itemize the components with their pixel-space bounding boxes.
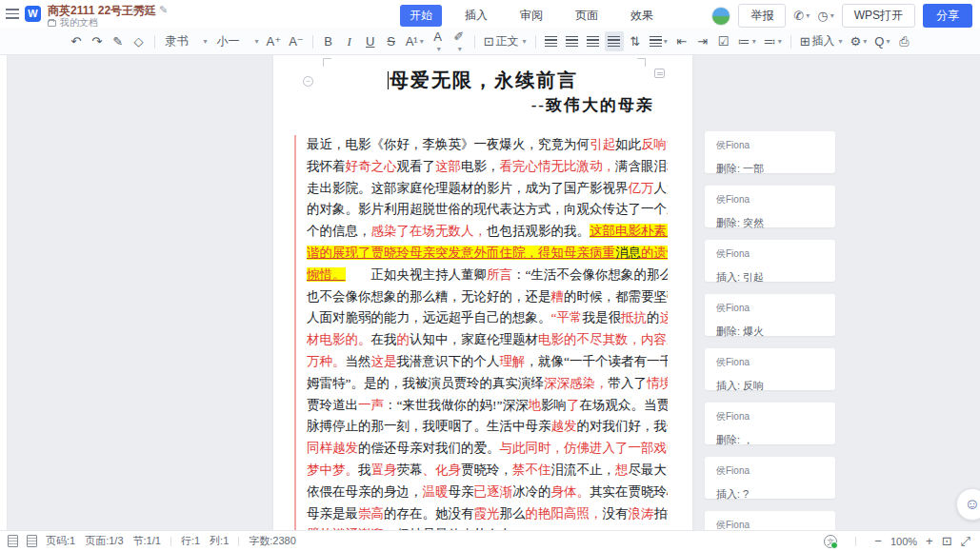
print-button[interactable]: ⎙ — [894, 31, 913, 51]
decrease-indent-button[interactable]: ⇤ — [672, 31, 691, 51]
highlight-color-button[interactable]: ✐▾ — [450, 31, 469, 51]
breadcrumb[interactable]: 我的文档 — [48, 16, 98, 30]
document-line[interactable]: 的对象。影片利用超脱世俗的现代表达方式，向观众传达了一个又一 — [307, 199, 668, 221]
assistant-widget[interactable]: ☺ — [956, 488, 980, 521]
document-line[interactable]: 人面对脆弱的能力，远远超乎自己的想象。“平常我是很抵抗的这类题 — [307, 307, 668, 329]
document-page[interactable]: − 母爱无限，永续前言 --致伟大的母亲 最近，电影《你好，李焕英》一夜爆火，究… — [273, 55, 692, 530]
tab-review[interactable]: 审阅 — [510, 5, 552, 27]
more-tools-button[interactable]: ⚙▾ — [848, 31, 870, 51]
document-line[interactable]: 材电影的。在我的认知中，家庭伦理题材电影的不尽其数，内容风情 — [307, 329, 668, 351]
format-painter-button[interactable]: ✎ — [109, 31, 128, 51]
star-icon[interactable]: ☆ — [130, 4, 139, 16]
document-line[interactable]: 个的信息，感染了在场无数人，也包括观影的我。这部电影朴素又和 — [307, 221, 668, 243]
align-center-button[interactable] — [563, 31, 582, 51]
font-shrink-button[interactable]: A⁻ — [286, 31, 307, 51]
find-replace-button[interactable]: Q▾ — [871, 31, 892, 51]
toolbar-divider — [790, 35, 791, 49]
line-spacing-button[interactable]: ⇅ — [626, 31, 645, 51]
comment-card[interactable]: 侯Fiona删除: 一部 — [705, 131, 835, 173]
document-line[interactable]: 万种。当然这是我潜意识下的个人理解，就像“一千个读者有一千个哈 — [307, 351, 668, 373]
fullscreen-icon[interactable]: ⤢ — [961, 535, 970, 547]
wps-docs-logo-icon[interactable]: W — [25, 6, 41, 22]
text-segment: 这是 — [371, 354, 397, 368]
underline-button[interactable]: U — [361, 31, 380, 51]
superscript-button[interactable]: A¹▾ — [403, 31, 427, 51]
heading-text: 母爱无限，永续前言 — [390, 69, 578, 90]
numbered-list-icon: ≕ — [764, 35, 776, 49]
document-line[interactable]: 谐的展现了贾晓玲母亲突发意外而住院，得知母亲病重消息的遗憾和 — [307, 243, 668, 265]
styles-button[interactable]: ⊡正文▾ — [481, 31, 530, 51]
hamburger-menu-icon[interactable] — [6, 9, 19, 19]
document-line[interactable]: 最近，电影《你好，李焕英》一夜爆火，究竟为何引起如此反响? — [307, 134, 668, 156]
strikethrough-button[interactable]: S — [382, 31, 401, 51]
comment-card[interactable]: 侯Fiona删除: 爆火 — [705, 294, 835, 336]
undo-button[interactable]: ↶ — [67, 31, 86, 51]
insert-object-button[interactable]: ⊞插入▾ — [797, 31, 846, 51]
report-button[interactable]: 举报 — [738, 4, 786, 28]
translate-icon[interactable]: 文 — [824, 535, 837, 548]
bullet-list-button[interactable]: ≔▾ — [735, 31, 759, 51]
document-line[interactable]: 同样越发的偿还母亲对我们的爱。与此同时，仿佛进入了一部戏中戏， — [307, 438, 668, 460]
document-line[interactable]: 走出影院。这部家庭伦理题材的影片，成为了国产影视界亿万人追捧 — [307, 178, 668, 200]
document-line[interactable]: 惋惜。 正如央视主持人董卿所言：“生活不会像你想象的那么好， — [307, 265, 668, 286]
comment-card[interactable]: 侯Fiona插入: ? — [705, 457, 835, 499]
outline-view-icon[interactable] — [27, 535, 37, 547]
font-family-select[interactable]: 隶书▾ — [161, 31, 210, 51]
zoom-level[interactable]: 100% — [890, 536, 917, 547]
text-segment: 引起 — [590, 137, 615, 151]
share-button[interactable]: 分享 — [923, 4, 972, 28]
align-justify-button[interactable] — [605, 31, 624, 51]
text-segment: 的艳阳高照， — [526, 506, 603, 521]
contact-dropdown[interactable]: ✆ ▾ — [793, 9, 810, 23]
comment-card[interactable]: 侯Fiona删除: 突然 — [705, 186, 835, 227]
zoom-in-button[interactable]: + — [926, 535, 933, 547]
text-segment: 地 — [528, 398, 541, 412]
numbered-list-button[interactable]: ≕▾ — [761, 31, 785, 51]
fit-page-icon[interactable]: ⊡ — [942, 535, 952, 547]
doc-heading-line2[interactable]: --致伟大的母亲 — [273, 94, 692, 117]
document-line[interactable]: 我怀着好奇之心观看了这部电影，看完心情无比激动，满含眼泪地 — [307, 156, 668, 178]
comment-card[interactable]: 侯Fiona插入: 引起 — [705, 240, 835, 282]
tab-insert[interactable]: 插入 — [455, 5, 497, 27]
clear-format-button[interactable]: ◇ — [130, 31, 149, 51]
comment-author: 侯Fiona — [716, 356, 824, 369]
document-line[interactable]: 也不会像你想象的那么糟，无论好的，还是糟的时候，都需要坚强， — [307, 286, 668, 308]
open-in-wps-button[interactable]: WPS打开 — [842, 4, 915, 28]
align-right-button[interactable] — [584, 31, 603, 51]
redo-button[interactable]: ↷ — [88, 31, 107, 51]
comment-card[interactable]: 侯Fiona插入: 好奇之心 — [705, 511, 835, 530]
document-line[interactable]: 梦中梦。我置身荧幕、化身贾晓玲，禁不住泪流不止，想尽最大努力 — [307, 460, 668, 482]
document-line[interactable]: 依偎在母亲的身边，温暖母亲已逐渐冰冷的身体。其实在贾晓玲心中， — [307, 482, 668, 503]
text-segment: 的遗憾和 — [641, 246, 668, 260]
document-line[interactable]: 母亲是最崇高的存在。她没有霞光那么的艳阳高照，没有浪涛拍打赤 — [307, 503, 668, 525]
document-body[interactable]: 最近，电影《你好，李焕英》一夜爆火，究竟为何引起如此反响?我怀着好奇之心观看了这… — [307, 134, 668, 530]
font-grow-button[interactable]: A⁺ — [264, 31, 285, 51]
text-segment: 梦中梦。 — [307, 462, 358, 477]
italic-button[interactable]: I — [340, 31, 359, 51]
document-line[interactable]: 贾玲道出一声：“来世我做你的妈!”深深地影响了在场观众。当贾母心脏、 — [307, 395, 668, 417]
indent-menu-button[interactable]: ▾ — [647, 31, 670, 51]
toolbar-divider — [535, 35, 536, 49]
tab-effects[interactable]: 效果 — [621, 5, 663, 27]
increase-indent-button[interactable]: ⇥ — [693, 31, 712, 51]
comment-card[interactable]: 侯Fiona插入: 反响 — [705, 348, 835, 390]
font-size-select[interactable]: 小一▾ — [212, 31, 262, 51]
document-line[interactable]: 姆雷特”。是的，我被演员贾玲的真实演绎深深感染，带入了情境。 — [307, 373, 668, 395]
bold-button[interactable]: B — [319, 31, 338, 51]
document-line[interactable]: 脉搏停止的那一刻，我哽咽了。生活中母亲越发的对我们好，我们也 — [307, 416, 668, 438]
checkbox-button[interactable]: ☑ — [714, 31, 733, 51]
tab-page[interactable]: 页面 — [566, 5, 608, 27]
user-avatar[interactable] — [711, 7, 730, 26]
align-left-button[interactable] — [542, 31, 561, 51]
doc-heading-line1[interactable]: 母爱无限，永续前言 — [273, 68, 692, 92]
page-view-icon[interactable] — [8, 535, 18, 547]
superscript-icon: A¹ — [406, 35, 418, 49]
chevron-down-icon: ▾ — [420, 37, 424, 46]
comment-card[interactable]: 侯Fiona删除: ， — [705, 403, 835, 444]
font-color-button[interactable]: A▾ — [429, 31, 448, 51]
history-dropdown[interactable]: ◷ ▾ — [817, 9, 833, 23]
tag-icon[interactable]: ◇ — [145, 4, 152, 16]
rename-icon[interactable]: ✎ — [159, 4, 168, 16]
tab-home[interactable]: 开始 — [400, 5, 442, 27]
zoom-out-button[interactable]: − — [874, 535, 882, 547]
